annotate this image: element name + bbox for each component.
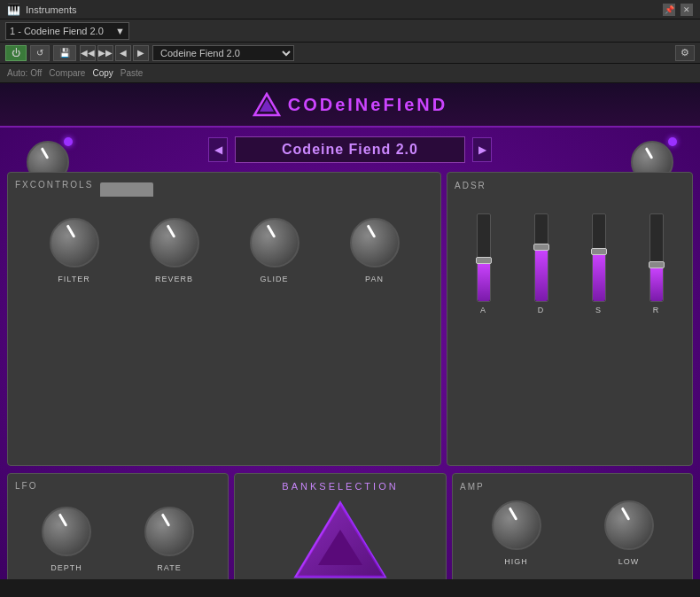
bank-logo: CODeINeFIeND bbox=[289, 499, 391, 579]
adsr-s-label: S bbox=[595, 306, 602, 314]
logo-triangle-icon bbox=[253, 92, 281, 117]
instrument-slot-dropdown[interactable]: 1 - Codeine Fiend 2.0 ▼ bbox=[5, 22, 129, 40]
amp-panel: AMP HIGH LOW bbox=[452, 473, 693, 579]
adsr-s-fill bbox=[593, 253, 605, 301]
copy-button[interactable]: Copy bbox=[92, 68, 113, 78]
auto-label: Auto: Off bbox=[7, 68, 42, 78]
adsr-r-col: R bbox=[649, 213, 664, 314]
glide-knob[interactable] bbox=[250, 218, 299, 267]
amp-high-label: HIGH bbox=[504, 557, 528, 566]
lfo-depth-group: DEPTH bbox=[42, 507, 91, 572]
power-button[interactable]: ⏻ bbox=[5, 45, 27, 61]
compare-bar: Auto: Off Compare Copy Paste bbox=[0, 64, 700, 83]
pin-button[interactable]: 📌 bbox=[663, 4, 675, 16]
adsr-d-fill bbox=[535, 249, 548, 301]
bottom-row: LFO DEPTH RATE BANKSELECTION bbox=[0, 473, 700, 579]
nav-arrows-left: ◀◀ ▶▶ ◀ ▶ bbox=[80, 45, 149, 61]
adsr-r-fill bbox=[650, 267, 663, 301]
pan-knob[interactable] bbox=[350, 218, 400, 267]
adsr-s-col: S bbox=[592, 213, 606, 314]
lfo-knobs: DEPTH RATE bbox=[15, 498, 221, 579]
amp-low-knob[interactable] bbox=[604, 500, 654, 550]
adsr-a-fill bbox=[478, 262, 490, 301]
gear-button[interactable]: ⚙ bbox=[675, 45, 695, 61]
plugin-area: CODeINeFIeND PITCH GAIN ◀ Codeine Fiend … bbox=[0, 83, 700, 579]
title-bar-controls: 📌 ✕ bbox=[663, 4, 693, 16]
nav-left-button[interactable]: ◀ bbox=[115, 45, 131, 61]
reverb-knob-group: REVERB bbox=[150, 218, 199, 283]
paste-button[interactable]: Paste bbox=[121, 68, 144, 78]
bank-selection-panel: BANKSELECTION bbox=[234, 473, 447, 579]
save-button[interactable]: 💾 bbox=[53, 45, 76, 61]
bank-title: BANKSELECTION bbox=[282, 481, 398, 492]
adsr-s-thumb[interactable] bbox=[591, 248, 607, 255]
lfo-depth-knob[interactable] bbox=[42, 507, 91, 556]
instrument-bar: 1 - Codeine Fiend 2.0 ▼ bbox=[0, 19, 700, 43]
lfo-rate-group: RATE bbox=[144, 507, 194, 572]
bank-logo-svg bbox=[292, 499, 389, 578]
glide-knob-group: GLIDE bbox=[250, 218, 299, 283]
nav-right-button[interactable]: ▶ bbox=[133, 45, 149, 61]
fx-controls-title: FXCONTROLS bbox=[15, 180, 93, 190]
main-content: FXCONTROLS FILTER REVERB GLIDE bbox=[0, 172, 700, 473]
amp-knobs: HIGH LOW bbox=[460, 492, 685, 575]
preset-name-display: Codeine Fiend 2.0 bbox=[235, 136, 465, 163]
adsr-sliders: A D S bbox=[455, 190, 685, 314]
adsr-a-label: A bbox=[480, 306, 486, 314]
title-bar-text: Instruments bbox=[26, 4, 663, 15]
filter-knob[interactable] bbox=[50, 218, 99, 267]
logo-text: CODeINeFIeND bbox=[288, 95, 447, 115]
amp-high-knob[interactable] bbox=[492, 500, 541, 550]
adsr-r-label: R bbox=[653, 306, 660, 314]
adsr-r-thumb[interactable] bbox=[649, 261, 665, 268]
reverb-knob[interactable] bbox=[150, 218, 199, 267]
title-bar: 🎹 Instruments 📌 ✕ bbox=[0, 0, 700, 19]
lfo-depth-label: DEPTH bbox=[51, 563, 82, 572]
amp-low-label: LOW bbox=[618, 557, 640, 566]
preset-next-button[interactable]: ▶ bbox=[472, 137, 492, 162]
instrument-slot-label: 1 - Codeine Fiend 2.0 bbox=[10, 26, 115, 36]
adsr-d-col: D bbox=[534, 213, 548, 314]
plugin-header: CODeINeFIeND bbox=[0, 83, 700, 128]
fx-controls-panel: FXCONTROLS FILTER REVERB GLIDE bbox=[7, 172, 441, 466]
nav-prev-button[interactable]: ◀◀ bbox=[80, 45, 96, 61]
filter-label: FILTER bbox=[58, 275, 89, 283]
adsr-s-slider[interactable] bbox=[592, 213, 606, 302]
amp-high-group: HIGH bbox=[492, 500, 541, 566]
adsr-panel: ADSR A D bbox=[447, 172, 693, 466]
controls-bar: ⏻ ↺ 💾 ◀◀ ▶▶ ◀ ▶ Codeine Fiend 2.0 ⚙ bbox=[0, 43, 700, 64]
adsr-d-label: D bbox=[538, 306, 545, 314]
nav-next-button[interactable]: ▶▶ bbox=[97, 45, 113, 61]
pan-knob-group: PAN bbox=[350, 218, 400, 283]
preset-row: ◀ Codeine Fiend 2.0 ▶ bbox=[0, 128, 700, 172]
pan-label: PAN bbox=[365, 275, 384, 283]
glide-label: GLIDE bbox=[260, 275, 288, 283]
adsr-title: ADSR bbox=[455, 181, 486, 190]
adsr-d-thumb[interactable] bbox=[533, 244, 549, 251]
preset-name-dropdown[interactable]: Codeine Fiend 2.0 bbox=[152, 45, 294, 61]
amp-title: AMP bbox=[460, 482, 485, 492]
compare-button[interactable]: Compare bbox=[49, 68, 85, 78]
lfo-rate-label: RATE bbox=[157, 563, 181, 572]
close-button[interactable]: ✕ bbox=[681, 4, 693, 16]
adsr-a-slider[interactable] bbox=[477, 213, 491, 302]
loop-button[interactable]: ↺ bbox=[30, 45, 50, 61]
adsr-a-col: A bbox=[477, 213, 491, 314]
lfo-title: LFO bbox=[15, 481, 221, 491]
filter-knob-group: FILTER bbox=[50, 218, 99, 283]
title-bar-icon: 🎹 bbox=[7, 4, 20, 16]
lfo-panel: LFO DEPTH RATE bbox=[7, 473, 229, 579]
logo-container: CODeINeFIeND bbox=[253, 92, 447, 117]
adsr-r-slider[interactable] bbox=[649, 213, 664, 302]
fx-knobs: FILTER REVERB GLIDE PAN bbox=[15, 200, 433, 283]
adsr-d-slider[interactable] bbox=[534, 213, 548, 302]
preset-prev-button[interactable]: ◀ bbox=[208, 137, 228, 162]
dropdown-arrow-icon: ▼ bbox=[115, 26, 125, 36]
bank-logo-text: CODeINeFIeND bbox=[289, 578, 391, 579]
lfo-rate-knob[interactable] bbox=[144, 507, 194, 556]
amp-low-group: LOW bbox=[604, 500, 654, 566]
adsr-a-thumb[interactable] bbox=[476, 257, 492, 264]
fx-tab bbox=[100, 182, 153, 197]
reverb-label: REVERB bbox=[155, 275, 193, 283]
